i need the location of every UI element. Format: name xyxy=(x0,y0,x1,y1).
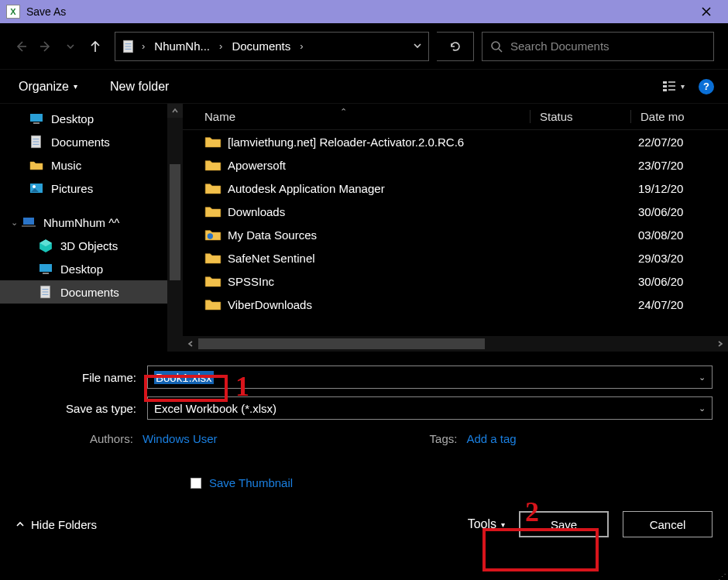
file-name: Apowersoft xyxy=(228,159,537,172)
sidebar-label: Documents xyxy=(60,286,119,299)
sidebar-label: Music xyxy=(51,159,81,172)
file-name: [lamviethung.net] Reloader-Activator.2.0… xyxy=(228,136,537,149)
window-title: Save As xyxy=(26,5,691,18)
file-date: 19/12/20 xyxy=(638,182,728,195)
sidebar-label: Documents xyxy=(51,136,110,149)
horizontal-scrollbar[interactable] xyxy=(183,336,728,352)
help-button[interactable]: ? xyxy=(699,79,714,94)
scrollbar-thumb[interactable] xyxy=(198,338,485,349)
laptop-icon xyxy=(22,215,36,229)
new-folder-button[interactable]: New folder xyxy=(105,77,173,97)
saveastype-select[interactable]: Excel Workbook (*.xlsx) ⌄ xyxy=(147,396,713,420)
svg-rect-27 xyxy=(39,264,52,272)
save-button[interactable]: Save xyxy=(519,511,609,537)
up-button[interactable] xyxy=(88,39,102,53)
forward-button[interactable] xyxy=(39,39,53,53)
navbar: › NhumNh... › Documents › Search Documen… xyxy=(0,23,728,70)
file-row[interactable]: My Data Sources03/08/20 xyxy=(204,223,728,246)
organize-button[interactable]: Organize▾ xyxy=(14,77,82,97)
authors-value[interactable]: Windows User xyxy=(143,432,218,445)
svg-rect-17 xyxy=(30,114,43,122)
scrollbar-thumb[interactable] xyxy=(170,164,180,280)
excel-icon: X xyxy=(6,5,20,19)
hide-folders-button[interactable]: Hide Folders xyxy=(15,518,97,531)
file-row[interactable]: SafeNet Sentinel29/03/20 xyxy=(204,246,728,269)
view-mode-button[interactable] xyxy=(661,78,678,95)
file-date: 23/07/20 xyxy=(638,159,728,172)
scroll-up-icon[interactable] xyxy=(167,104,183,118)
address-bar[interactable]: › NhumNh... › Documents › xyxy=(115,32,429,61)
chevron-down-icon[interactable]: ⌄ xyxy=(11,218,18,228)
file-name: SPSSInc xyxy=(228,275,537,288)
svg-rect-12 xyxy=(663,85,667,88)
scroll-left-icon[interactable] xyxy=(183,336,198,352)
tags-value[interactable]: Add a tag xyxy=(466,432,516,445)
file-name: ViberDownloads xyxy=(228,298,537,311)
sidebar-item[interactable]: Music xyxy=(0,153,183,177)
folder-icon xyxy=(204,273,221,290)
cancel-button[interactable]: Cancel xyxy=(623,511,713,537)
tools-button[interactable]: Tools▾ xyxy=(468,517,505,531)
sidebar-label: Desktop xyxy=(60,263,103,276)
file-row[interactable]: [lamviethung.net] Reloader-Activator.2.0… xyxy=(204,130,728,153)
pic-icon xyxy=(29,181,43,195)
recent-dropdown[interactable] xyxy=(64,39,77,53)
view-dropdown[interactable]: ▾ xyxy=(681,82,685,91)
column-headers: Name⌃ Status Date mo xyxy=(183,104,728,130)
chevron-up-icon xyxy=(15,520,25,529)
file-row[interactable]: Apowersoft23/07/20 xyxy=(204,153,728,177)
column-date[interactable]: Date mo xyxy=(630,110,728,123)
column-status[interactable]: Status xyxy=(530,110,630,123)
refresh-button[interactable] xyxy=(437,32,474,61)
close-button[interactable] xyxy=(691,0,722,23)
folder-icon xyxy=(204,226,221,243)
sidebar-scrollbar[interactable] xyxy=(167,104,183,352)
doc-icon xyxy=(29,135,43,149)
file-date: 03/08/20 xyxy=(638,228,728,242)
sort-indicator-icon: ⌃ xyxy=(340,107,347,117)
scroll-right-icon[interactable] xyxy=(713,336,728,352)
search-input[interactable]: Search Documents xyxy=(482,32,714,61)
chevron-down-icon[interactable] xyxy=(413,39,422,53)
sidebar-item[interactable]: Documents xyxy=(0,280,183,304)
file-row[interactable]: ViberDownloads24/07/20 xyxy=(204,293,728,316)
breadcrumb-segment[interactable]: NhumNh... xyxy=(151,39,213,53)
file-row[interactable]: Autodesk Application Manager19/12/20 xyxy=(204,177,728,200)
svg-line-10 xyxy=(499,49,502,52)
sidebar-item[interactable]: Desktop xyxy=(0,107,183,130)
folder-icon xyxy=(29,158,43,172)
file-date: 30/06/20 xyxy=(638,205,728,218)
svg-rect-25 xyxy=(23,218,34,225)
sidebar-item[interactable]: 3D Objects xyxy=(0,234,183,257)
svg-rect-13 xyxy=(663,89,667,91)
screen-icon xyxy=(39,262,53,276)
thumbnail-checkbox[interactable] xyxy=(191,478,201,489)
file-row[interactable]: Downloads30/06/20 xyxy=(204,200,728,223)
sidebar-item[interactable]: Desktop xyxy=(0,257,183,280)
folder-icon xyxy=(204,203,221,220)
filename-label: File name: xyxy=(15,371,147,384)
file-date: 22/07/20 xyxy=(638,136,728,149)
sidebar-item-computer[interactable]: ⌄ NhumNhum ^^ xyxy=(0,211,183,234)
chevron-down-icon[interactable]: ⌄ xyxy=(699,372,706,383)
filename-value: Book1.xlsx xyxy=(154,371,214,384)
close-icon xyxy=(702,7,711,16)
resize-grip-icon[interactable]: ⋰ xyxy=(718,575,726,578)
breadcrumb-segment[interactable]: Documents xyxy=(228,39,294,53)
file-date: 29/03/20 xyxy=(638,252,728,265)
sidebar-label: Desktop xyxy=(51,112,94,125)
back-button[interactable] xyxy=(14,39,28,53)
search-placeholder: Search Documents xyxy=(510,39,610,53)
column-name[interactable]: Name⌃ xyxy=(204,110,530,123)
svg-rect-18 xyxy=(33,122,39,124)
svg-point-9 xyxy=(492,42,500,50)
file-row[interactable]: SPSSInc30/06/20 xyxy=(204,269,728,293)
filename-input[interactable]: Book1.xlsx ⌄ xyxy=(147,366,713,389)
folder-icon xyxy=(204,156,221,173)
sidebar-item[interactable]: Documents xyxy=(0,130,183,153)
file-list: Name⌃ Status Date mo [lamviethung.net] R… xyxy=(183,104,728,352)
sidebar-item[interactable]: Pictures xyxy=(0,177,183,200)
chevron-right-icon: › xyxy=(300,40,303,52)
chevron-down-icon[interactable]: ⌄ xyxy=(699,403,706,414)
doc-icon xyxy=(39,285,53,299)
